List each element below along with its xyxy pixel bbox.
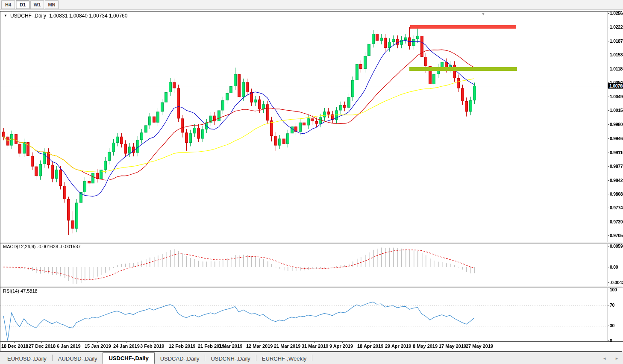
date-tick-label: 24 Jan 2019 bbox=[113, 343, 140, 349]
date-tick-label: 29 Apr 2019 bbox=[385, 343, 411, 349]
date-tick-label: 3 Feb 2019 bbox=[140, 343, 164, 349]
tab-scroll-left-icon[interactable]: ◄ bbox=[602, 357, 606, 361]
price-tick-label: 0.98420 bbox=[610, 178, 623, 183]
chart-tab-eurchf-weekly[interactable]: EURCHF-,Weekly bbox=[256, 354, 312, 363]
price-tick-label: 0.98770 bbox=[610, 164, 623, 169]
timeframe-toolbar: H4D1W1MN bbox=[0, 0, 623, 10]
price-tick-label: 1.00490 bbox=[610, 94, 623, 99]
chart-tab-eurusd-daily[interactable]: EURUSD-,Daily bbox=[2, 354, 52, 363]
date-tick-label: 18 Dec 2018 bbox=[1, 343, 28, 349]
main-macd-panel-divider[interactable] bbox=[0, 242, 623, 244]
price-tick-label: 0.99800 bbox=[610, 122, 623, 127]
price-tick-label: 1.02560 bbox=[610, 11, 623, 16]
price-tick-label: 1.00150 bbox=[610, 108, 623, 113]
date-tick-label: 27 Dec 2018 bbox=[29, 343, 56, 349]
indicator-tick-label: 0.00 bbox=[610, 264, 618, 270]
chart-tab-audusd-daily[interactable]: AUDUSD-,Daily bbox=[53, 354, 103, 363]
date-tick-label: 18 Apr 2019 bbox=[357, 343, 383, 349]
indicator-tick-label: 0.00597 bbox=[610, 244, 623, 249]
chart-tab-usdcad-daily[interactable]: USDCAD-,Daily bbox=[155, 354, 205, 363]
indicator-tick-label: 0 bbox=[610, 338, 612, 343]
date-tick-label: 15 Jan 2019 bbox=[85, 343, 111, 349]
date-tick-label: 27 May 2019 bbox=[466, 343, 493, 349]
chart-title: ▼ USDCHF-,Daily 1.00831 1.00840 1.00734 … bbox=[4, 13, 127, 19]
tab-divider bbox=[312, 355, 312, 361]
indicator-tick-label: 30 bbox=[610, 323, 614, 328]
indicator-tick-label: -0.00424 bbox=[610, 280, 623, 285]
timeframe-button-d1[interactable]: D1 bbox=[16, 0, 29, 9]
date-tick-label: 31 Mar 2019 bbox=[302, 343, 328, 349]
current-price-tag: 1.00760 bbox=[608, 83, 623, 88]
chart-tab-usdchf-daily[interactable]: USDCHF-,Daily bbox=[103, 352, 154, 364]
indicator-tick-label: 70 bbox=[610, 302, 614, 308]
price-tick-label: 0.99460 bbox=[610, 136, 623, 141]
price-tick-label: 0.98080 bbox=[610, 191, 623, 197]
tab-scroll-arrows: ◄► bbox=[602, 357, 619, 361]
date-tick-label: 8 May 2019 bbox=[413, 343, 438, 349]
price-tick-label: 0.97740 bbox=[610, 205, 623, 210]
mt4-chart-window: H4D1W1MN ▼ USDCHF-,Daily 1.00831 1.00840… bbox=[0, 0, 623, 364]
indicator-tick-label: 100 bbox=[610, 287, 617, 292]
date-tick-label: 17 May 2019 bbox=[439, 343, 466, 349]
timeframe-button-h4[interactable]: H4 bbox=[1, 0, 15, 9]
tab-scroll-right-icon[interactable]: ► bbox=[615, 357, 619, 361]
price-tick-label: 0.97390 bbox=[610, 219, 623, 224]
macd-indicator-label: MACD(12,26,9) -0.001628 -0.001537 bbox=[3, 244, 81, 249]
date-tick-label: 12 Feb 2019 bbox=[169, 343, 195, 349]
price-tick-label: 1.01180 bbox=[610, 66, 623, 71]
price-tick-label: 1.01530 bbox=[610, 52, 623, 57]
date-tick-label: 21 Mar 2019 bbox=[274, 343, 300, 349]
chart-tab-usdcnh-daily[interactable]: USDCNH-,Daily bbox=[205, 354, 256, 363]
chart-title-symbol: USDCHF-,Daily bbox=[10, 13, 46, 19]
price-tick-label: 0.99110 bbox=[610, 150, 623, 155]
price-tick-label: 0.97050 bbox=[610, 233, 623, 238]
mouse-cursor-icon: ▼ bbox=[481, 12, 485, 16]
chart-title-quote: 1.00831 1.00840 1.00734 1.00760 bbox=[49, 13, 128, 19]
price-tick-label: 1.01870 bbox=[610, 38, 623, 44]
date-tick-label: 6 Jan 2019 bbox=[57, 343, 81, 349]
chart-tab-bar: EURUSD-,DailyAUDUSD-,DailyUSDCHF-,DailyU… bbox=[0, 352, 623, 364]
timeframe-button-w1[interactable]: W1 bbox=[30, 0, 44, 9]
date-tick-label: 9 Apr 2019 bbox=[329, 343, 353, 349]
date-tick-label: 12 Mar 2019 bbox=[246, 343, 273, 349]
chart-plot-area[interactable] bbox=[0, 0, 623, 364]
date-tick-label: 3 Mar 2019 bbox=[218, 343, 242, 349]
price-tick-label: 1.02220 bbox=[610, 24, 623, 29]
macd-rsi-panel-divider[interactable] bbox=[0, 286, 623, 288]
chart-menu-caret-icon[interactable]: ▼ bbox=[4, 14, 7, 18]
timeframe-button-mn[interactable]: MN bbox=[45, 0, 59, 9]
rsi-indicator-label: RSI(14) 47.5818 bbox=[3, 288, 38, 294]
